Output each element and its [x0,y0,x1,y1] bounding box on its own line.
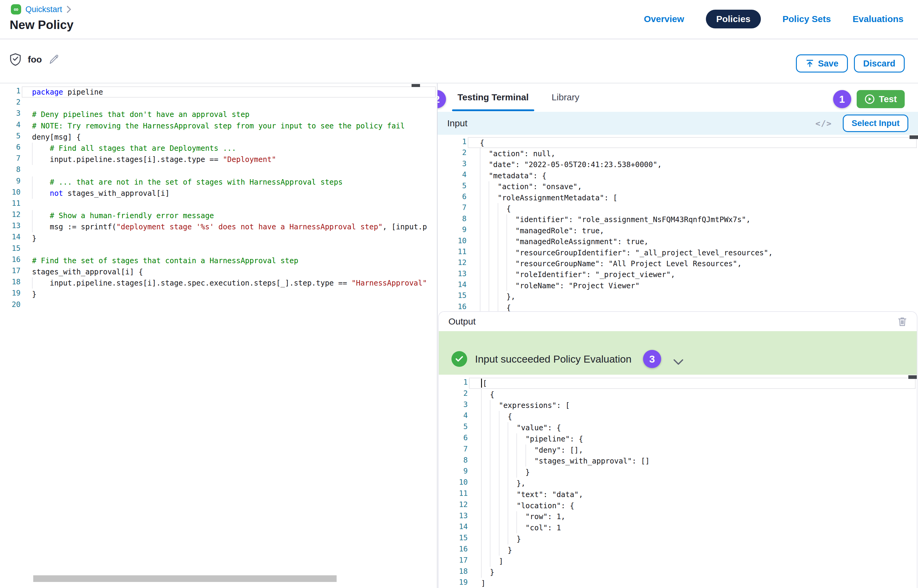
chevron-down-icon[interactable] [673,359,684,366]
output-vertical-scrollbar[interactable] [908,375,917,379]
tab-library[interactable]: Library [552,83,580,111]
policy-code-editor[interactable]: 1package pipeline23# Deny pipelines that… [0,83,438,588]
discard-button[interactable]: Discard [854,54,905,73]
play-circle-icon [865,94,875,104]
input-title: Input [447,118,467,128]
page-title: New Policy [10,18,73,32]
tour-badge-1: 1 [833,90,851,108]
input-vertical-scrollbar[interactable] [910,136,918,139]
editor-vertical-scrollbar[interactable] [412,84,420,87]
output-title: Output [448,317,476,326]
policy-editor-page: ∞ Quickstart New Policy Overview Policie… [0,0,918,588]
evaluation-success-banner: Input succeeded Policy Evaluation 3 [439,331,917,375]
active-tab-underline [452,109,534,111]
policy-name-label: foo [28,54,42,65]
testing-terminal-panel: 2 Testing Terminal Library 1 Test Input … [438,83,918,588]
harness-logo-icon: ∞ [11,4,21,15]
policy-shield-icon [10,53,21,66]
select-input-button[interactable]: Select Input [843,115,908,132]
banner-message: Input succeeded Policy Evaluation [475,353,632,365]
trash-icon[interactable] [897,317,907,326]
nav-policies[interactable]: Policies [706,10,761,28]
code-view-icon[interactable]: </> [816,119,832,128]
breadcrumb-quickstart-link[interactable]: Quickstart [25,5,62,14]
breadcrumb: ∞ Quickstart [11,4,71,15]
save-button[interactable]: Save [796,54,848,73]
module-nav: Overview Policies Policy Sets Evaluation… [644,10,903,28]
tab-testing-terminal[interactable]: Testing Terminal [457,83,529,111]
nav-overview[interactable]: Overview [644,14,684,24]
upload-icon [805,59,815,68]
input-json-editor[interactable]: 1{2"action": null,3"date": "2022-05-05T2… [438,135,918,311]
input-section-header: Input </> Select Input [438,112,918,135]
editor-horizontal-scrollbar[interactable] [33,575,337,582]
edit-pencil-icon[interactable] [48,54,59,65]
nav-policy-sets[interactable]: Policy Sets [782,14,831,24]
chevron-right-icon [66,5,71,13]
header-divider [0,39,918,39]
rego-code[interactable]: 1package pipeline23# Deny pipelines that… [0,86,437,311]
tour-badge-3: 3 [643,350,661,368]
nav-evaluations[interactable]: Evaluations [853,14,903,24]
test-button[interactable]: Test [857,90,905,108]
output-section-header: Output [439,312,917,331]
output-json-editor[interactable]: 1[2{3"expressions": [4{5"value": {6"pipe… [439,375,917,588]
success-check-icon [451,351,467,367]
output-section: Output Input succeeded Policy Evaluation… [438,311,917,588]
